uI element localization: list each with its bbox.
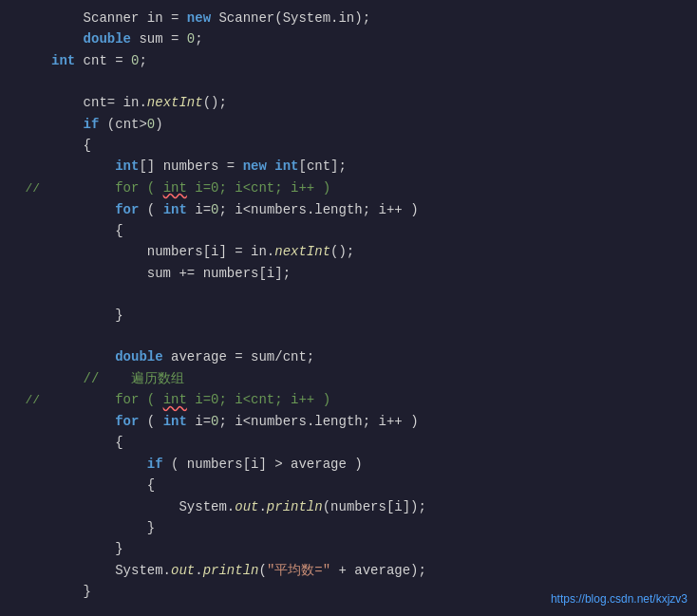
code-line [0, 284, 697, 305]
line-content: for ( int i=0; i<cnt; i++ ) [47, 177, 697, 198]
line-content: if (cnt>0) [47, 114, 697, 135]
code-line: } [0, 517, 697, 538]
code-line: sum += numbers[i]; [0, 263, 697, 284]
code-line: // 遍历数组 [0, 368, 697, 389]
line-content: for ( int i=0; i<cnt; i++ ) [47, 389, 697, 410]
line-content: } [47, 538, 697, 559]
code-line: { [0, 475, 697, 495]
line-content: { [47, 432, 697, 453]
code-line: if (cnt>0) [0, 114, 697, 135]
code-line: cnt= in.nextInt(); [0, 92, 697, 113]
code-line: Scanner in = new Scanner(System.in); [0, 8, 697, 28]
line-content: { [47, 220, 697, 241]
line-gutter: // [0, 391, 47, 411]
line-content: } [47, 517, 697, 538]
line-content: numbers[i] = in.nextInt(); [47, 241, 697, 262]
line-content: for ( int i=0; i<numbers.length; i++ ) [47, 411, 697, 432]
code-line [0, 326, 697, 346]
code-line: System.out.println("平均数=" + average); [0, 560, 697, 581]
line-content: int[] numbers = new int[cnt]; [47, 156, 697, 177]
code-line: for ( int i=0; i<numbers.length; i++ ) [0, 411, 697, 432]
line-content: System.out.println(numbers[i]); [47, 496, 697, 517]
line-content: int cnt = 0; [47, 50, 697, 71]
line-content: } [47, 305, 697, 326]
line-content: for ( int i=0; i<numbers.length; i++ ) [47, 199, 697, 220]
code-line: numbers[i] = in.nextInt(); [0, 241, 697, 262]
line-content: { [47, 135, 697, 156]
code-line: for ( int i=0; i<numbers.length; i++ ) [0, 199, 697, 220]
line-content: Scanner in = new Scanner(System.in); [47, 8, 697, 28]
code-line: if ( numbers[i] > average ) [0, 454, 697, 475]
url-bar: https://blog.csdn.net/kxjzv3 [551, 590, 688, 608]
line-gutter: // [0, 179, 47, 199]
code-line: } [0, 538, 697, 559]
code-line: { [0, 220, 697, 241]
code-line: { [0, 432, 697, 453]
line-content: { [47, 475, 697, 495]
code-line: { [0, 135, 697, 156]
code-editor: Scanner in = new Scanner(System.in); dou… [0, 0, 697, 616]
code-line: // for ( int i=0; i<cnt; i++ ) [0, 177, 697, 199]
code-line: double average = sum/cnt; [0, 346, 697, 367]
code-line: int[] numbers = new int[cnt]; [0, 156, 697, 177]
code-line: double sum = 0; [0, 28, 697, 49]
line-content: if ( numbers[i] > average ) [47, 454, 697, 475]
line-content: // 遍历数组 [47, 368, 697, 389]
line-content: double average = sum/cnt; [47, 346, 697, 367]
line-content: cnt= in.nextInt(); [47, 92, 697, 113]
code-line: System.out.println(numbers[i]); [0, 496, 697, 517]
code-line: // for ( int i=0; i<cnt; i++ ) [0, 389, 697, 411]
line-content: double sum = 0; [47, 28, 697, 49]
code-line [0, 71, 697, 92]
line-content: System.out.println("平均数=" + average); [47, 560, 697, 581]
code-line: int cnt = 0; [0, 50, 697, 71]
code-line: } [0, 305, 697, 326]
line-content: sum += numbers[i]; [47, 263, 697, 284]
